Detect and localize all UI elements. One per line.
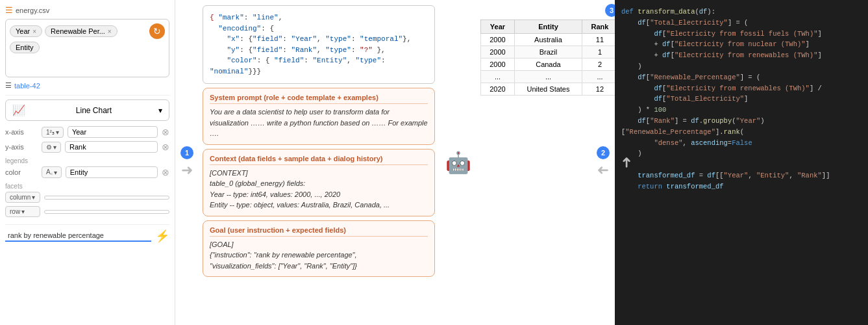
- facets-label: facets: [5, 183, 169, 190]
- table-cell: Australia: [514, 34, 582, 46]
- color-type-icon: A꜀: [46, 168, 53, 176]
- system-prompt-content: You are a data scientist to help user to…: [210, 107, 428, 139]
- xaxis-row: x-axis 1²₃ ▾ Year ⊗: [5, 126, 169, 138]
- prompt-boxes: System prompt (role + code template + ex…: [203, 88, 435, 320]
- col-header-entity: Entity: [514, 20, 582, 34]
- instruction-row: ⚡: [5, 224, 169, 243]
- column-field-box: [44, 196, 169, 200]
- row-row: row ▾: [5, 206, 169, 217]
- field-chip-entity[interactable]: Entity: [10, 42, 40, 53]
- field-chip-year[interactable]: Year ×: [10, 25, 42, 37]
- table-cell: ...: [481, 71, 515, 83]
- step2-col: 2 ➜: [591, 0, 615, 325]
- field-row-2: Entity: [10, 42, 165, 53]
- field-row-1: Year × Renewable Per... × ↻: [10, 23, 165, 39]
- step-2-badge: 2: [597, 146, 610, 159]
- robot-icon: 🤖: [445, 150, 471, 175]
- goal-title: Goal (user instruction + expected fields…: [210, 226, 428, 237]
- arrow-2-icon: ➜: [597, 162, 609, 179]
- arrow-1-icon: ➜: [181, 162, 193, 179]
- table-cell: 2000: [481, 46, 515, 58]
- table-icon: ☰: [5, 81, 12, 90]
- chevron-icon-c: ▾: [54, 169, 57, 176]
- vega-spec-box: { "mark": "line", "encoding": { "x": {"f…: [203, 5, 435, 84]
- table-cell: Canada: [514, 58, 582, 71]
- legends-label: legends: [5, 157, 169, 164]
- system-prompt-title: System prompt (role + code template + ex…: [210, 94, 428, 104]
- yaxis-row: y-axis ⚙ ▾ Rank ⊗: [5, 141, 169, 153]
- table-cell: 2000: [481, 34, 515, 46]
- color-field-name: Entity: [70, 168, 88, 176]
- code-panel: def transform_data(df): df["Total_Electr…: [615, 0, 868, 325]
- fields-area: Year × Renewable Per... × ↻ Entity: [5, 19, 169, 77]
- chart-type-label: Line Chart: [76, 106, 112, 115]
- goal-content: [GOAL] {"instruction": "rank by renewabl…: [210, 239, 428, 272]
- field-chip-year-remove[interactable]: ×: [32, 28, 36, 35]
- line-chart-icon: 📈: [12, 104, 25, 116]
- context-box: Context (data fields + sample data + dia…: [203, 149, 435, 216]
- system-prompt-box: System prompt (role + code template + ex…: [203, 88, 435, 145]
- row-label: row: [10, 208, 20, 215]
- chevron-col: ▾: [32, 194, 35, 201]
- file-icon: ☰: [5, 5, 13, 15]
- context-content: [CONTEXT] table_0 (global_energy) fields…: [210, 168, 428, 211]
- field-chip-renewable-remove[interactable]: ×: [108, 28, 112, 35]
- row-dropdown[interactable]: row ▾: [5, 206, 40, 217]
- chart-type-row[interactable]: 📈 Line Chart ▾: [5, 99, 169, 121]
- table-cell: ...: [514, 71, 582, 83]
- table-cell: Brazil: [514, 46, 582, 58]
- xaxis-label: x-axis: [5, 128, 38, 136]
- table-cell: 2020: [481, 83, 515, 96]
- file-header: ☰ energy.csv: [5, 5, 169, 15]
- chevron-row: ▾: [21, 208, 25, 215]
- chart-section: 0 5 10 15 2000 2005 2010 2015 Rank Year: [632, 0, 638, 325]
- yaxis-dropdown[interactable]: ⚙ ▾: [42, 142, 61, 153]
- arrow-col-1: 1 ➜: [175, 0, 199, 325]
- file-name: energy.csv: [16, 6, 49, 14]
- field-chip-entity-label: Entity: [16, 44, 34, 51]
- column-dropdown[interactable]: column ▾: [5, 192, 40, 203]
- row-field-box: [44, 210, 169, 214]
- left-panel: ☰ energy.csv Year × Renewable Per... × ↻…: [0, 0, 175, 325]
- yaxis-type-icon: ⚙: [46, 144, 52, 151]
- col-header-year: Year: [481, 20, 515, 34]
- color-field-box: Entity: [66, 166, 158, 178]
- middle-panel: { "mark": "line", "encoding": { "x": {"f…: [199, 0, 439, 325]
- goal-box: Goal (user instruction + expected fields…: [203, 220, 435, 278]
- refresh-button[interactable]: ↻: [149, 23, 165, 39]
- vega-line1: {: [210, 14, 218, 21]
- xaxis-dropdown[interactable]: 1²₃ ▾: [42, 127, 64, 138]
- column-row: column ▾: [5, 192, 169, 203]
- table-link-row: ☰ table-42: [5, 81, 169, 90]
- xaxis-field-name: Year: [72, 128, 86, 136]
- xaxis-field-box: Year: [68, 126, 158, 138]
- chevron-icon-y: ▾: [53, 144, 56, 151]
- chevron-down-icon: ▾: [158, 106, 162, 115]
- field-chip-renewable[interactable]: Renewable Per... ×: [45, 25, 118, 37]
- transform-button[interactable]: ⚡: [155, 229, 169, 243]
- table-link[interactable]: table-42: [14, 82, 40, 90]
- yaxis-field-name: Rank: [69, 143, 86, 151]
- column-label: column: [10, 194, 31, 201]
- xaxis-clear[interactable]: ⊗: [162, 127, 169, 137]
- main-layout: ☰ energy.csv Year × Renewable Per... × ↻…: [0, 0, 868, 325]
- color-dropdown[interactable]: A꜀ ▾: [42, 166, 62, 178]
- table-cell: 2000: [481, 58, 515, 71]
- chevron-icon: ▾: [56, 129, 59, 136]
- divider-1: [5, 95, 169, 96]
- yaxis-label: y-axis: [5, 143, 38, 151]
- field-chip-renewable-label: Renewable Per...: [51, 27, 105, 35]
- color-clear[interactable]: ⊗: [162, 167, 169, 177]
- field-chip-year-label: Year: [16, 27, 30, 35]
- step-1-badge: 1: [180, 146, 193, 159]
- yaxis-field-box: Rank: [65, 141, 158, 153]
- instruction-input[interactable]: [5, 230, 151, 242]
- xaxis-type-icon: 1²₃: [46, 129, 55, 136]
- table-cell: United States: [514, 83, 582, 96]
- context-title: Context (data fields + sample data + dia…: [210, 155, 428, 165]
- yaxis-clear[interactable]: ⊗: [162, 142, 169, 152]
- color-row: color A꜀ ▾ Entity ⊗: [5, 166, 169, 178]
- color-label: color: [5, 168, 38, 176]
